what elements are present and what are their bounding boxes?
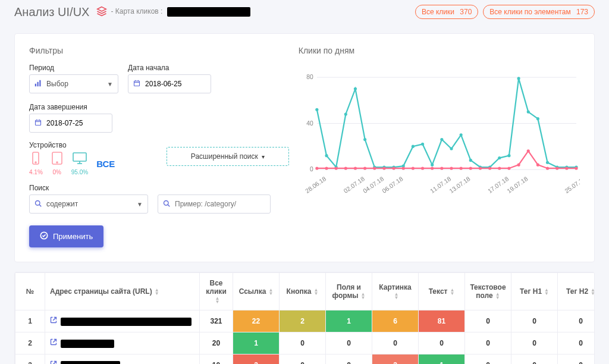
search-input[interactable] xyxy=(158,194,271,214)
chevron-down-icon: ▾ xyxy=(262,153,265,160)
svg-point-88 xyxy=(517,164,520,167)
th-button[interactable]: Кнопка▲▼ xyxy=(280,273,326,310)
device-tablet[interactable]: 0% xyxy=(51,152,63,175)
table-cell: 1 xyxy=(326,310,372,332)
svg-text:02.07.18: 02.07.18 xyxy=(343,175,366,194)
table-cell: 0 xyxy=(511,332,558,354)
svg-point-69 xyxy=(334,167,337,170)
svg-text:80: 80 xyxy=(306,74,313,80)
svg-point-80 xyxy=(440,167,443,170)
svg-text:06.07.18: 06.07.18 xyxy=(381,175,404,194)
table: №Адрес страницы сайта (URL)▲▼Все клики▲▼… xyxy=(14,272,595,364)
device-desktop[interactable]: 95.0% xyxy=(71,152,88,175)
apply-label: Применить xyxy=(53,232,93,241)
end-date-input[interactable] xyxy=(29,114,112,133)
th-h1[interactable]: Тег H1▲▼ xyxy=(511,273,558,310)
th-url[interactable]: Адрес страницы сайта (URL)▲▼ xyxy=(45,273,200,310)
svg-point-73 xyxy=(373,167,376,170)
sort-icon[interactable]: ▲▼ xyxy=(544,288,549,296)
th-link[interactable]: Ссылка▲▼ xyxy=(233,273,280,310)
external-link-icon[interactable] xyxy=(50,361,57,364)
row-url[interactable] xyxy=(45,332,200,354)
svg-point-43 xyxy=(354,87,357,90)
row-number: 2 xyxy=(15,332,45,354)
desktop-icon xyxy=(71,152,88,168)
svg-point-83 xyxy=(469,167,472,170)
advanced-search-label: Расширенный поиск xyxy=(191,152,258,161)
sort-icon[interactable]: ▲▼ xyxy=(313,288,318,296)
badge-all-clicks-num: 370 xyxy=(460,8,472,16)
svg-point-92 xyxy=(555,167,558,170)
svg-point-94 xyxy=(575,167,577,170)
svg-point-78 xyxy=(421,167,424,170)
chevron-down-icon: ▼ xyxy=(137,201,143,208)
th-text[interactable]: Текст▲▼ xyxy=(419,273,465,310)
calendar-icon xyxy=(133,80,140,89)
apply-button[interactable]: Применить xyxy=(29,225,103,247)
device-all[interactable]: ВСЕ xyxy=(96,159,115,169)
sort-icon[interactable]: ▲▼ xyxy=(394,293,399,300)
svg-point-74 xyxy=(382,167,385,170)
table-cell: 0 xyxy=(326,332,372,354)
sort-icon[interactable]: ▲▼ xyxy=(591,288,595,296)
sort-icon[interactable]: ▲▼ xyxy=(450,288,454,296)
sort-icon[interactable]: ▲▼ xyxy=(268,288,273,296)
badge-all-clicks[interactable]: Все клики 370 xyxy=(415,5,478,19)
svg-line-96 xyxy=(53,339,56,342)
svg-text:11.07.18: 11.07.18 xyxy=(429,175,452,194)
svg-text:40: 40 xyxy=(306,120,313,127)
search-icon xyxy=(163,200,170,209)
svg-line-95 xyxy=(53,318,56,321)
svg-text:13.07.18: 13.07.18 xyxy=(448,175,471,194)
th-num[interactable]: № xyxy=(15,273,45,310)
start-date-value[interactable] xyxy=(145,80,206,88)
sort-icon[interactable]: ▲▼ xyxy=(155,288,159,296)
svg-marker-0 xyxy=(98,7,106,11)
th-textfield[interactable]: Текстовое поле▲▼ xyxy=(465,273,511,310)
start-date-input[interactable] xyxy=(128,74,211,93)
period-select[interactable]: Выбор ▼ xyxy=(29,74,118,93)
svg-point-44 xyxy=(363,138,366,141)
svg-point-79 xyxy=(431,167,434,170)
advanced-search[interactable]: Расширенный поиск ▾ xyxy=(167,147,289,166)
table-cell: 0 xyxy=(511,310,558,332)
table-cell: 0 xyxy=(280,354,326,364)
search-mode-select[interactable]: содержит ▼ xyxy=(29,194,148,214)
row-all: 321 xyxy=(200,310,233,332)
page-title: Анализ UI/UX xyxy=(14,5,89,19)
badge-all-clicks-label: Все клики xyxy=(422,8,454,16)
table-row: 3 10 30021000 xyxy=(15,354,595,364)
table-cell: 81 xyxy=(419,310,465,332)
table-cell: 0 xyxy=(558,310,595,332)
th-image[interactable]: Картинка▲▼ xyxy=(372,273,419,310)
breadcrumb: - Карта кликов : xyxy=(111,7,250,17)
external-link-icon[interactable] xyxy=(50,339,57,347)
search-icon xyxy=(34,200,42,209)
bars-icon xyxy=(34,80,42,89)
device-label: Устройство xyxy=(29,141,115,149)
th-all[interactable]: Все клики▲▼ xyxy=(200,273,233,310)
sort-icon[interactable]: ▲▼ xyxy=(495,293,500,300)
external-link-icon[interactable] xyxy=(50,317,57,325)
row-all: 10 xyxy=(200,354,233,364)
end-date-value[interactable] xyxy=(46,119,107,127)
svg-point-84 xyxy=(479,167,482,170)
row-url[interactable] xyxy=(45,354,200,364)
svg-text:0: 0 xyxy=(310,166,313,172)
breadcrumb-prefix: - Карта кликов : xyxy=(111,7,162,15)
search-value[interactable] xyxy=(175,200,265,208)
th-h2[interactable]: Тег H2▲▼ xyxy=(558,273,595,310)
svg-text:04.07.18: 04.07.18 xyxy=(362,175,385,194)
svg-point-71 xyxy=(354,167,357,170)
badge-by-elements[interactable]: Все клики по элементам 173 xyxy=(483,5,595,19)
sort-icon[interactable]: ▲▼ xyxy=(215,297,220,304)
th-forms[interactable]: Поля и формы▲▼ xyxy=(326,273,372,310)
table-cell: 0 xyxy=(372,332,419,354)
table-row: 2 20 10000000 xyxy=(15,332,595,354)
svg-point-61 xyxy=(526,111,529,114)
device-phone[interactable]: 4.1% xyxy=(29,152,43,175)
row-url[interactable] xyxy=(45,310,200,332)
svg-point-67 xyxy=(315,167,318,170)
sort-icon[interactable]: ▲▼ xyxy=(361,293,366,300)
search-label: Поиск xyxy=(29,184,148,192)
